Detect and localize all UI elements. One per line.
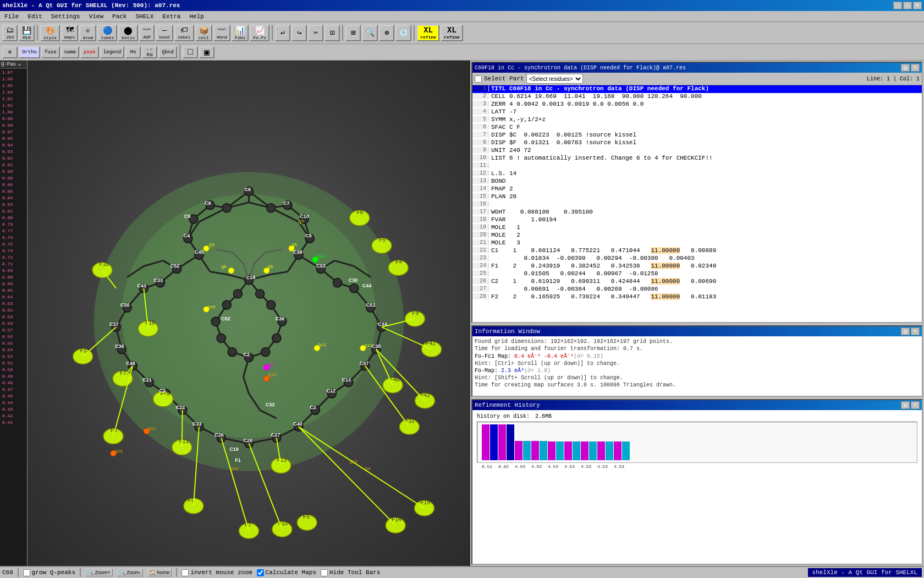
res-linecontent-28[interactable]: F2 2 0.165925 0.739224 0.349447 11.00000… [489, 293, 716, 300]
res-linecontent-1[interactable]: TITL C60F18 in Cc - synchrotron data (DI… [489, 85, 709, 92]
res-linecontent-3[interactable]: ZERR 4 0.0042 0.0013 0.0019 0.0 0.0056 0… [489, 101, 644, 107]
res-line-6[interactable]: 6 SFAC C F [472, 124, 922, 132]
res-line-28[interactable]: 28 F2 2 0.165925 0.739224 0.349447 11.00… [472, 293, 922, 301]
res-linecontent-12[interactable]: L.S. 14 [489, 170, 516, 177]
btn-adp[interactable]: 〰 ADP [139, 25, 155, 41]
res-linecontent-27[interactable]: 0.00691 -0.00364 0.00269 -0.00086 [489, 286, 658, 292]
res-line-9[interactable]: 9 UNIT 240 72 [472, 147, 922, 155]
res-line-16[interactable]: 16 [472, 201, 922, 209]
menu-help[interactable]: Help [185, 12, 208, 21]
menu-view[interactable]: View [85, 12, 108, 21]
btn-rect1[interactable]: □ [183, 46, 198, 58]
btn-label[interactable]: 🏷 label [174, 25, 194, 41]
btn-ortho[interactable]: Ortho [19, 46, 40, 58]
res-line-13[interactable]: 13 BOND [472, 178, 922, 186]
res-line-7[interactable]: 7 DISP $C 0.00223 0.00125 !source kissel [472, 132, 922, 139]
res-line-23[interactable]: 23 0.01034 -0.00399 0.00294 -0.00300 0.0… [472, 255, 922, 263]
info-float-button[interactable]: ⊟ [901, 328, 910, 335]
btn-expand[interactable]: ⊕ [379, 25, 394, 41]
res-linecontent-6[interactable]: SFAC C F [489, 124, 520, 130]
qpeaks-close[interactable]: × [18, 62, 21, 67]
invert-zoom-label[interactable]: invert mouse zoom [182, 569, 252, 576]
select-part-checkbox[interactable] [475, 75, 482, 83]
res-line-3[interactable]: 3 ZERR 4 0.0042 0.0013 0.0019 0.0 0.0056… [472, 101, 922, 108]
res-linecontent-25[interactable]: 0.01505 0.00244 0.00967 -0.01258 [489, 270, 658, 277]
btn-search[interactable]: 🔍 [362, 25, 378, 41]
btn-j93[interactable]: 🗂 J93 [2, 25, 18, 41]
grow-qpeaks-label[interactable]: grow Q-peaks [23, 569, 75, 576]
res-linecontent-10[interactable]: LIST 6 ! automatically inserted. Change … [489, 155, 713, 161]
res-linecontent-21[interactable]: MOLE 3 [489, 239, 520, 246]
res-linecontent-23[interactable]: 0.01034 -0.00399 0.00294 -0.00300 0.0040… [489, 255, 695, 261]
btn-style[interactable]: 🎨 style [40, 25, 60, 41]
btn-nav-icons[interactable]: ⊞ [2, 46, 18, 58]
res-linecontent-24[interactable]: F1 2 0.243919 0.382452 0.342538 11.00000… [489, 263, 716, 269]
btn-peak[interactable]: peak [80, 46, 99, 58]
btn-cell[interactable]: 📦 cell [195, 25, 212, 41]
res-linecontent-8[interactable]: DISP $F 0.01321 0.00783 !source kissel [489, 139, 636, 146]
info-close-button[interactable]: × [911, 328, 920, 335]
res-linecontent-17[interactable]: WGHT 0.088100 0.395100 [489, 209, 593, 215]
window-controls[interactable]: _ □ × [893, 2, 922, 9]
btn-fobs[interactable]: 📊 Fobs [232, 25, 249, 41]
res-line-4[interactable]: 4 LATT -7 [472, 108, 922, 116]
res-line-15[interactable]: 15 PLAN 20 [472, 193, 922, 201]
res-line-2[interactable]: 2 CELL 0.6214 19.669 11.041 19.160 90.00… [472, 93, 922, 101]
res-linecontent-13[interactable]: BOND [489, 178, 505, 184]
btn-bond[interactable]: — bond [156, 25, 173, 41]
btn-m10[interactable]: 💾 M10 [19, 25, 35, 41]
select-residues-dropdown[interactable]: <Select residues> [526, 74, 583, 84]
res-linecontent-9[interactable]: UNIT 240 72 [489, 147, 531, 154]
btn-la-ka[interactable]: LaKα [142, 46, 157, 58]
refhist-float-button[interactable]: ⊟ [901, 401, 910, 409]
grow-qpeaks-checkbox[interactable] [23, 569, 30, 576]
res-line-12[interactable]: 12 L.S. 14 [472, 170, 922, 178]
close-button[interactable]: × [913, 2, 922, 9]
home-button[interactable]: 🏠 home [147, 569, 172, 576]
minimize-button[interactable]: _ [893, 2, 902, 9]
res-line-8[interactable]: 8 DISP $F 0.01321 0.00783 !source kissel [472, 139, 922, 147]
res-editor-close-button[interactable]: × [911, 64, 920, 72]
menu-shelx[interactable]: SHELX [131, 12, 158, 21]
btn-hbnd[interactable]: 〰 Hbnd [213, 25, 230, 41]
btn-maps[interactable]: 🗺 maps [61, 25, 78, 41]
molecule-viewer[interactable]: F16 F18 F17 F13 F6 F5 [28, 61, 470, 566]
res-line-20[interactable]: 20 MOLE 2 [472, 232, 922, 239]
res-linecontent-19[interactable]: MOLE 1 [489, 224, 520, 231]
btn-rect2[interactable]: ▣ [199, 46, 215, 58]
res-line-24[interactable]: 24 F1 2 0.243919 0.382452 0.342538 11.00… [472, 263, 922, 270]
info-window-controls[interactable]: ⊟ × [901, 328, 920, 335]
refhist-window-controls[interactable]: ⊟ × [901, 401, 920, 409]
res-linecontent-4[interactable]: LATT -7 [489, 108, 516, 115]
btn-cut[interactable]: ✂ [308, 25, 323, 41]
btn-view[interactable]: ⊞ [345, 25, 361, 41]
maximize-button[interactable]: □ [903, 2, 912, 9]
res-linecontent-5[interactable]: SYMM x,-y,1/2+z [489, 116, 546, 123]
res-line-17[interactable]: 17 WGHT 0.088100 0.395100 [472, 209, 922, 216]
res-line-27[interactable]: 27 0.00691 -0.00364 0.00269 -0.00086 [472, 286, 922, 293]
zoom-in-button[interactable]: 🔍 Zoom+ [85, 569, 113, 576]
menu-edit[interactable]: Edit [23, 12, 46, 21]
res-line-11[interactable]: 11 [472, 162, 922, 170]
res-line-18[interactable]: 18 FVAR 1.00194 [472, 216, 922, 224]
res-file-content[interactable]: 1 TITL C60F18 in Cc - synchrotron data (… [472, 85, 922, 322]
res-line-1[interactable]: 1 TITL C60F18 in Cc - synchrotron data (… [472, 85, 922, 93]
zoom-out-button[interactable]: 🔍 Zoom- [117, 569, 144, 576]
res-editor-window-controls[interactable]: ⊟ × [901, 64, 920, 72]
res-line-5[interactable]: 5 SYMM x,-y,1/2+z [472, 116, 922, 124]
res-line-22[interactable]: 22 C1 1 0.601124 0.775221 0.471044 11.00… [472, 247, 922, 255]
menu-settings[interactable]: Settings [47, 12, 85, 21]
btn-mo-ka[interactable]: Mo [125, 46, 141, 58]
btn-undo[interactable]: ↩ [275, 25, 290, 41]
res-line-19[interactable]: 19 MOLE 1 [472, 224, 922, 232]
invert-zoom-checkbox[interactable] [182, 569, 189, 576]
btn-xl-refine2[interactable]: XL refine [441, 25, 463, 41]
res-linecontent-18[interactable]: FVAR 1.00194 [489, 216, 557, 223]
calc-maps-checkbox[interactable] [257, 569, 264, 576]
calc-maps-label[interactable]: Calculate Maps [257, 569, 316, 576]
res-line-26[interactable]: 26 C2 1 0.619129 0.690311 0.424844 11.00… [472, 278, 922, 286]
btn-fofc[interactable]: 📈 Fo-Fc [250, 25, 270, 41]
res-line-14[interactable]: 14 FMAP 2 [472, 186, 922, 193]
btn-bstic[interactable]: ⬤ bstic [118, 25, 138, 41]
hide-toolbars-label[interactable]: Hide Tool Bars [321, 569, 380, 576]
